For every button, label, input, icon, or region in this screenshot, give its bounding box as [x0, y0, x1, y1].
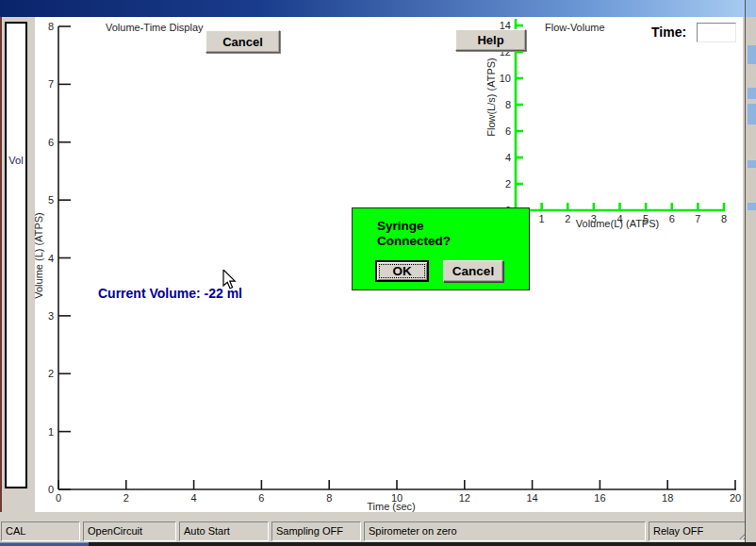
tick-label: 7	[48, 78, 54, 90]
tick-label: 5	[48, 194, 54, 206]
tick-label: 8	[721, 213, 727, 224]
background-window-fragment	[748, 88, 756, 99]
tick-label: 3	[48, 310, 54, 322]
tick-label: 0	[48, 484, 54, 495]
status-spirometer: Spirometer on zero	[364, 521, 646, 541]
tick-label: 2	[505, 178, 511, 190]
tick-label: 1	[48, 426, 54, 438]
window-left-border	[0, 17, 2, 514]
tick-label: 2	[123, 492, 129, 504]
background-window-strip	[745, 0, 756, 542]
tick-label: 4	[505, 152, 511, 163]
help-button[interactable]: Help	[455, 29, 526, 51]
status-open-circuit: OpenCircuit	[83, 521, 176, 541]
tick-label: 20	[730, 492, 741, 504]
vol-panel-label: Vol	[8, 155, 25, 166]
tick-label: 8	[505, 99, 511, 110]
tick-label: 16	[594, 492, 605, 504]
tick-label: 6	[48, 137, 54, 148]
app-window: OMI Spirometry Main Program - Version 5.…	[0, 0, 756, 546]
flow-volume-chart: 1234567802468101214	[490, 17, 749, 236]
time-input[interactable]	[697, 23, 736, 42]
tick-label: 2	[48, 368, 54, 379]
status-bar: CAL OpenCircuit Auto Start Sampling OFF …	[1, 521, 752, 541]
tick-label: 10	[500, 73, 511, 84]
tick-label: 0	[56, 492, 61, 504]
mouse-cursor-icon	[222, 270, 238, 290]
flow-volume-xlabel: Volume(L) (ATPS)	[533, 218, 702, 229]
status-auto-start: Auto Start	[179, 521, 269, 541]
tick-label: 8	[48, 21, 54, 32]
tick-label: 14	[526, 492, 537, 504]
status-sampling: Sampling OFF	[271, 521, 361, 541]
syringe-dialog: Syringe Connected? OK Cancel	[352, 207, 530, 290]
status-relay: Relay OFF	[649, 521, 752, 541]
background-window-fragment	[748, 104, 756, 124]
taskbar-strip	[0, 542, 756, 546]
vol-panel: Vol	[5, 22, 27, 488]
tick-label: 4	[48, 253, 54, 264]
current-volume-readout: Current Volume: -22 ml	[98, 286, 242, 301]
background-window-fragment	[748, 45, 756, 64]
status-relay-text: Relay OFF	[653, 525, 703, 537]
tick-label: 6	[505, 125, 511, 137]
background-window-titlebar-sliver	[746, 0, 756, 17]
volume-time-ylabel: Volume (L) (ATPS)	[33, 161, 44, 350]
syringe-dialog-message: Syringe Connected?	[377, 219, 451, 249]
volume-time-xlabel: Time (sec)	[306, 501, 476, 512]
tick-label: 18	[662, 492, 673, 504]
status-cal: CAL	[1, 521, 80, 541]
taskbar-strip-blue	[0, 542, 89, 546]
cancel-button[interactable]: Cancel	[205, 30, 280, 53]
window-titlebar[interactable]: OMI Spirometry Main Program - Version 5.…	[0, 0, 745, 17]
background-window-fragment	[748, 203, 756, 210]
ok-button[interactable]: OK	[375, 260, 429, 282]
dialog-cancel-button[interactable]: Cancel	[443, 260, 503, 282]
tick-label: 4	[191, 492, 197, 504]
tick-label: 6	[258, 492, 264, 504]
background-window-fragment	[748, 160, 756, 168]
time-label: Time:	[651, 25, 686, 40]
